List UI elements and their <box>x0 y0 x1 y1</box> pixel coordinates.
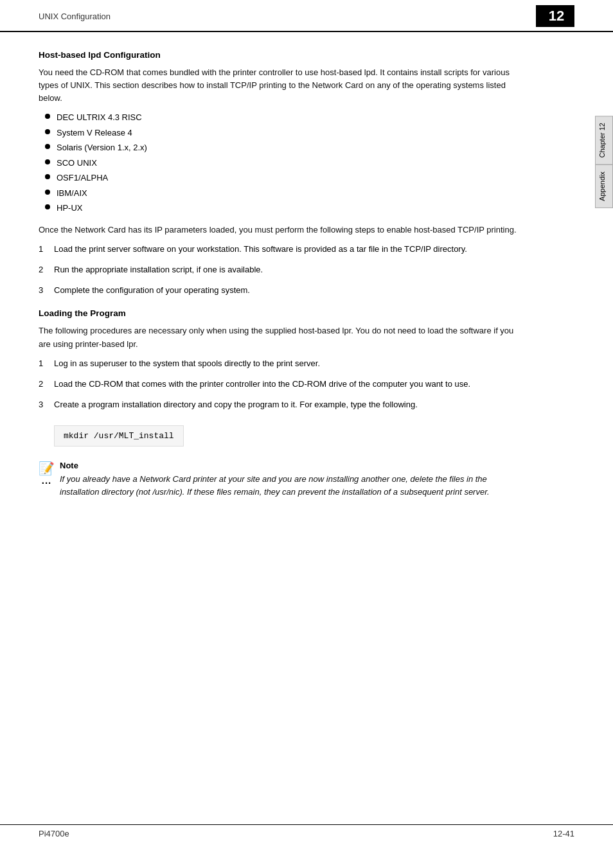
note-content: Note If you already have a Network Card … <box>60 461 520 499</box>
list-item: IBM/AIX <box>45 187 520 200</box>
step-text: Complete the configuration of your opera… <box>54 284 520 297</box>
main-content: Host-based lpd Configuration You need th… <box>0 32 559 528</box>
step-text: Load the CD-ROM that comes with the prin… <box>54 378 520 391</box>
step-number: 2 <box>39 263 54 276</box>
list-item-label: Solaris (Version 1.x, 2.x) <box>57 141 147 154</box>
list-item: Solaris (Version 1.x, 2.x) <box>45 141 520 154</box>
section2-steps: 1 Log in as superuser to the system that… <box>39 357 520 411</box>
bullet-icon <box>45 144 50 149</box>
bullet-icon <box>45 129 50 134</box>
footer-right: 12-41 <box>553 829 574 838</box>
step-text: Load the print server software on your w… <box>54 243 520 256</box>
step-item: 3 Create a program installation director… <box>39 398 520 411</box>
step-item: 2 Run the appropriate installation scrip… <box>39 263 520 276</box>
note-pencil-icon: 📝 <box>39 462 55 475</box>
chapter-tab[interactable]: Chapter 12 <box>595 116 613 164</box>
page: UNIX Configuration 12 Chapter 12 Appendi… <box>0 0 613 868</box>
appendix-tab[interactable]: Appendix <box>595 164 613 208</box>
section1-intro: You need the CD-ROM that comes bundled w… <box>39 66 520 105</box>
step-text: Log in as superuser to the system that s… <box>54 357 520 370</box>
list-item-label: OSF1/ALPHA <box>57 172 108 184</box>
bullet-icon <box>45 190 50 195</box>
step-text: Run the appropriate installation script,… <box>54 263 520 276</box>
note-body: If you already have a Network Card print… <box>60 473 520 499</box>
list-item: OSF1/ALPHA <box>45 172 520 184</box>
right-sidebar: Chapter 12 Appendix <box>595 116 613 208</box>
list-item-label: System V Release 4 <box>57 127 132 139</box>
bullet-icon <box>45 204 50 209</box>
step-item: 2 Load the CD-ROM that comes with the pr… <box>39 378 520 391</box>
step-item: 1 Load the print server software on your… <box>39 243 520 256</box>
page-header: UNIX Configuration 12 <box>0 0 613 32</box>
step-item: 1 Log in as superuser to the system that… <box>39 357 520 370</box>
footer-left: Pi4700e <box>39 829 69 838</box>
page-footer: Pi4700e 12-41 <box>0 824 613 842</box>
bullet-list: DEC ULTRIX 4.3 RISC System V Release 4 S… <box>45 111 520 215</box>
header-title: UNIX Configuration <box>39 12 111 21</box>
step-item: 3 Complete the configuration of your ope… <box>39 284 520 297</box>
code-block: mkdir /usr/MLT_install <box>54 425 184 447</box>
bullet-icon <box>45 159 50 164</box>
section2-intro: The following procedures are necessary o… <box>39 324 520 350</box>
step-number: 1 <box>39 243 54 256</box>
list-item: System V Release 4 <box>45 127 520 139</box>
note-ellipsis: ... <box>42 475 52 486</box>
bullet-icon <box>45 114 50 119</box>
list-item-label: IBM/AIX <box>57 187 87 200</box>
step-number: 3 <box>39 284 54 297</box>
list-item-label: HP-UX <box>57 202 82 215</box>
step-number: 1 <box>39 357 54 370</box>
note-icon-area: 📝 ... <box>39 461 55 486</box>
step-number: 2 <box>39 378 54 391</box>
chapter-badge: 12 <box>536 5 574 27</box>
step-text: Create a program installation directory … <box>54 398 520 411</box>
list-item: HP-UX <box>45 202 520 215</box>
list-item-label: DEC ULTRIX 4.3 RISC <box>57 111 142 124</box>
list-item: SCO UNIX <box>45 157 520 170</box>
section1-steps: 1 Load the print server software on your… <box>39 243 520 297</box>
list-item: DEC ULTRIX 4.3 RISC <box>45 111 520 124</box>
note-wrapper: 📝 ... Note If you already have a Network… <box>39 461 520 499</box>
step-number: 3 <box>39 398 54 411</box>
section1-heading: Host-based lpd Configuration <box>39 50 520 60</box>
section1-after-bullets: Once the Network Card has its IP paramet… <box>39 224 520 236</box>
section2-heading: Loading the Program <box>39 308 520 318</box>
note-title: Note <box>60 461 520 470</box>
bullet-icon <box>45 174 50 179</box>
list-item-label: SCO UNIX <box>57 157 97 170</box>
